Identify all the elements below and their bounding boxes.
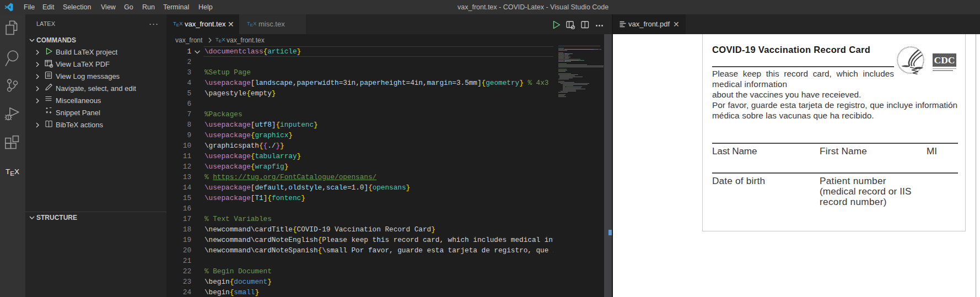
svg-text:CDC: CDC	[934, 55, 955, 66]
